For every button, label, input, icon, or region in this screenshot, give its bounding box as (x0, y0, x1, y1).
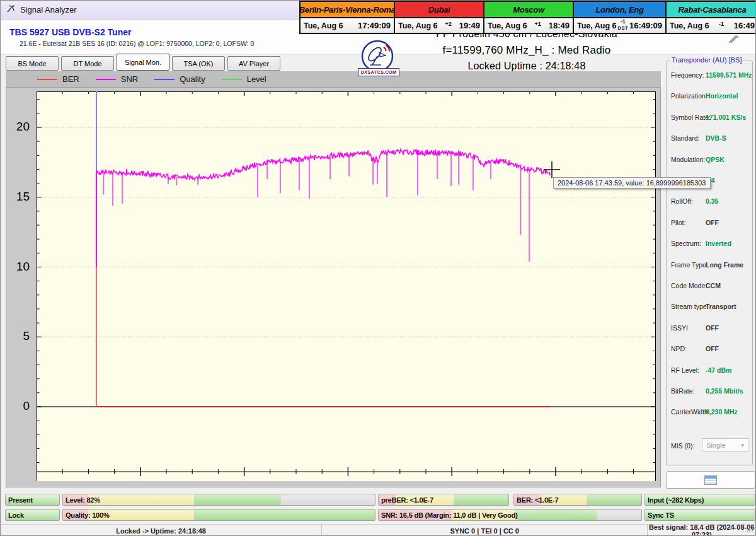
chart-legend: BERSNRQualityLevel (6, 71, 661, 87)
transponder-label-npd: NPD: (671, 345, 687, 352)
transponder-label-frame-type: Frame Type: (671, 261, 708, 269)
clock-time: 16:49 (734, 21, 755, 30)
transponder-value-code-mode: CCM (706, 282, 721, 289)
transponder-value-symbol-rate: 171,001 KS/s (706, 114, 746, 121)
clock-city-label: Dubai (395, 2, 483, 18)
bar-segment-green (454, 494, 508, 505)
input-indicator: Input (~282 Kbps) (644, 494, 755, 506)
app-icon (6, 4, 16, 16)
legend-label: SNR (121, 74, 138, 84)
clock-time-cell: Tue, Aug 617:49:09 (301, 18, 394, 33)
transponder-value-issyi: OFF (706, 324, 719, 332)
transponder-label-polarization: Polarization: (671, 92, 707, 100)
tuner-title: TBS 5927 USB DVB-S2 Tuner (9, 27, 131, 37)
tuner-subtitle: 21.6E - Eutelsat 21B SES 16 (ID: 0216) @… (20, 40, 254, 47)
clock-time-cell: Tue, Aug 6-116:49 (667, 18, 756, 33)
clock-date: Tue, Aug 6 (304, 21, 343, 30)
y-axis-label-5: 5 (6, 329, 30, 343)
clock-time-cell: Tue, Aug 6-1DST16:49:09 (574, 18, 665, 33)
transponder-value-bitrate: 0,255 Mbit/s (706, 387, 743, 395)
snr-trace (96, 149, 550, 180)
transponder-label-stream-type: Stream type: (671, 303, 709, 310)
tab-av-player[interactable]: AV Player (227, 56, 280, 71)
statusbar-best-signal: Best signal: 18,4 dB (2024-08-06 07:23) (647, 525, 755, 536)
bar-label: Level: 82% (66, 496, 100, 504)
bar-segment-yellow (88, 494, 194, 505)
clock-column-rabat-casablanca: Rabat-CasablancaTue, Aug 6-116:49 (665, 2, 756, 33)
snr-bar: SNR: 16,5 dB (Margin: 11,0 dB | Very Goo… (378, 509, 642, 521)
legend-color-dash (37, 79, 57, 80)
snr-trace-svg (37, 91, 656, 481)
clock-city-label: London, Eng (574, 2, 665, 18)
transponder-value-stream-type: Transport (706, 303, 736, 310)
bar-label: Lock (8, 511, 24, 519)
clock-time: 19:49 (459, 21, 480, 30)
y-axis-label-0: 0 (6, 399, 30, 413)
mis-label: MIS (0): (671, 442, 694, 450)
clock-time-cell: Tue, Aug 6+118:49 (484, 18, 573, 33)
mis-dropdown[interactable]: Single ▾ (702, 438, 748, 452)
clock-time: 16:49:09 (629, 21, 662, 30)
bar-label: SNR: 16,5 dB (Margin: 11,0 dB | Very Goo… (381, 511, 518, 519)
dxsatcs-logo: DXSATCS.COM (360, 40, 396, 76)
transponder-label-standard: Standard: (671, 134, 700, 142)
present-indicator: Present (5, 494, 60, 506)
dxsatcs-logo-text: DXSATCS.COM (358, 68, 399, 76)
bar-label: BER: <1.0E-7 (517, 496, 558, 504)
clock-city-label: Moscow (484, 2, 573, 18)
clock-date: Tue, Aug 6 (488, 21, 527, 30)
legend-label: Level (247, 74, 266, 84)
list-icon (704, 475, 717, 485)
clock-date: Tue, Aug 6 (398, 21, 438, 30)
window-title: Signal Analyzer (20, 5, 77, 15)
tab-dt-mode[interactable]: DT Mode (61, 56, 114, 71)
signal-chart-plot[interactable] (37, 91, 656, 481)
transponder-label-rolloff: RollOff: (671, 197, 693, 205)
bar-label: Present (8, 496, 33, 504)
clock-time-cell: Tue, Aug 6+219:49 (395, 18, 483, 33)
status-bar: Locked -> Uptime: 24:18:48 SYNC 0 | TEI … (1, 524, 755, 536)
transponder-value-frequency: 11599,571 MHz (706, 71, 752, 79)
data-point-tooltip: 2024-08-06 17.43.59, value: 16,899999618… (553, 177, 711, 189)
bar-segment-green (194, 494, 282, 505)
clock-city-label: Berlin-Paris-Vienna-Roma (301, 2, 394, 18)
transponder-label-modulation: Modulation: (671, 156, 705, 163)
frequency-line: f=11599,760 MHz_H_ : Med Radio (379, 44, 675, 57)
transponder-label-bitrate: BitRate: (671, 387, 694, 395)
transponder-value-carrierwidth: 0,230 MHz (706, 408, 738, 416)
transponder-value-polarization: Horizontal (706, 92, 738, 100)
clock-city-label: Rabat-Casablanca (667, 2, 756, 18)
tab-bs-mode[interactable]: BS Mode (6, 56, 59, 71)
transponder-label-carrierwidth: CarrierWidth: (671, 408, 710, 416)
bar-label: preBER: <1.0E-7 (381, 496, 433, 504)
bar-label: Sync TS (648, 511, 674, 519)
clock-time: 17:49:09 (358, 21, 391, 30)
clock-column-berlin-paris-vienna-roma: Berlin-Paris-Vienna-RomaTue, Aug 617:49:… (301, 2, 394, 33)
tab-tsa-ok[interactable]: TSA (OK) (172, 56, 225, 71)
transponder-groupbox: Transponder (AU) [BS] MIS (0): Single ▾ … (666, 61, 753, 465)
signal-chart-panel (6, 87, 661, 487)
statusbar-uptime: Locked -> Uptime: 24:18:48 (1, 525, 321, 536)
transponder-label-code-mode: Code Mode: (671, 282, 707, 289)
clock-dst-label: DST (617, 26, 629, 31)
quality-bar: Quality: 100% (62, 509, 375, 521)
level-bar: Level: 82% (62, 494, 375, 506)
clock-time: 18:49 (549, 21, 570, 30)
transponder-title: Transponder (AU) [BS] (670, 56, 743, 64)
resize-grip[interactable] (746, 523, 754, 535)
clock-utc-offset: +1 (534, 21, 541, 27)
clock-column-london-eng: London, EngTue, Aug 6-1DST16:49:09 (573, 2, 665, 33)
bar-segment-gray (597, 510, 641, 520)
legend-label: BER (62, 74, 79, 84)
bar-label: Input (~282 Kbps) (648, 496, 704, 504)
y-axis-label-10: 10 (6, 260, 30, 274)
header-center: PF Prodelin 450 cm / Lucenec-Slovakia f=… (379, 28, 675, 72)
transponder-value-pilot: OFF (706, 219, 719, 226)
legend-item-level: Level (222, 74, 266, 84)
transponder-value-npd: OFF (706, 345, 719, 352)
tab-signal-mon[interactable]: Signal Mon. (117, 54, 169, 71)
transponder-list-button[interactable] (666, 471, 755, 489)
transponder-value-standard: DVB-S (706, 134, 726, 142)
legend-label: Quality (180, 74, 205, 84)
legend-color-dash (154, 79, 175, 80)
